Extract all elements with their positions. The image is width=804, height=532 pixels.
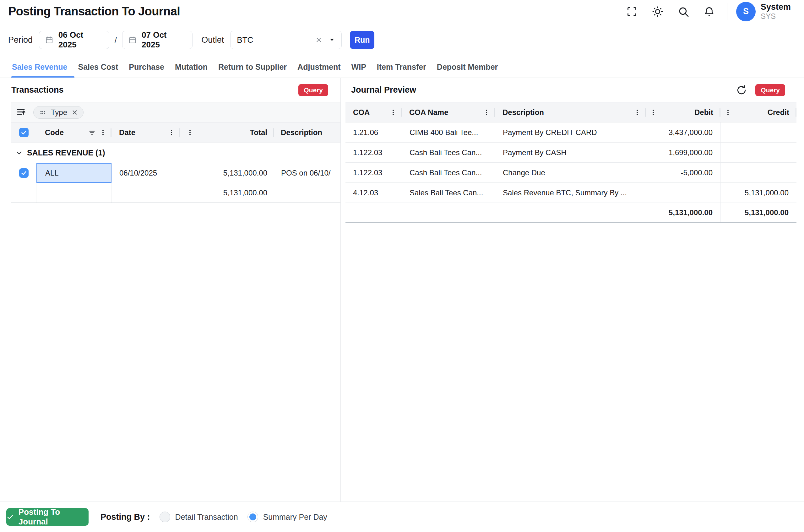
column-menu-icon[interactable]: [165, 129, 178, 136]
radio-icon[interactable]: [159, 512, 170, 522]
cell-credit[interactable]: [721, 122, 797, 142]
calendar-icon: [128, 36, 137, 44]
row-checkbox[interactable]: [11, 163, 36, 183]
drag-handle-icon[interactable]: [39, 108, 47, 116]
transactions-query-button[interactable]: Query: [298, 84, 328, 96]
page-title: Posting Transaction To Journal: [8, 5, 180, 18]
period-label: Period: [8, 35, 33, 45]
column-header-coa[interactable]: COA: [345, 102, 402, 122]
group-chip-type[interactable]: Type: [33, 106, 83, 119]
cell-coa[interactable]: 1.21.06: [345, 122, 402, 142]
column-header-credit[interactable]: Credit: [721, 102, 797, 122]
cell-coa-name[interactable]: Cash Bali Tees Can...: [402, 142, 495, 163]
group-row-sales-revenue[interactable]: SALES REVENUE (1): [11, 143, 341, 163]
period-to-datepicker[interactable]: 07 Oct 2025: [122, 31, 193, 49]
clear-icon[interactable]: [315, 36, 323, 44]
main-content: Transactions Query Type: [0, 78, 804, 501]
column-header-date[interactable]: Date: [112, 122, 180, 142]
cell-debit[interactable]: -5,000.00: [646, 163, 721, 183]
cell-total[interactable]: 5,131,000.00: [180, 163, 274, 183]
chevron-down-icon[interactable]: [329, 37, 335, 43]
cell-credit[interactable]: 5,131,000.00: [721, 183, 797, 203]
cell-credit[interactable]: [721, 142, 797, 163]
search-icon[interactable]: [676, 4, 691, 19]
cell-description[interactable]: Change Due: [495, 163, 646, 183]
cell-coa[interactable]: 4.12.03: [345, 183, 402, 203]
column-header-description[interactable]: Description: [274, 122, 341, 142]
radio-summary-per-day[interactable]: Summary Per Day: [248, 512, 327, 522]
close-icon[interactable]: [71, 109, 78, 116]
column-menu-icon[interactable]: [386, 109, 400, 116]
tab-mutation[interactable]: Mutation: [175, 57, 208, 78]
cell-debit[interactable]: 1,699,000.00: [646, 142, 721, 163]
cell-description[interactable]: Payment By CREDIT CARD: [495, 122, 646, 142]
period-from-value: 06 Oct 2025: [58, 30, 103, 50]
journal-row: 1.21.06 CIMB 400 Bali Tee... Payment By …: [345, 122, 797, 142]
header-actions: S System SYS: [613, 2, 791, 21]
cell-coa-name[interactable]: Sales Bali Tees Can...: [402, 183, 495, 203]
tab-sales-revenue[interactable]: Sales Revenue: [12, 57, 68, 78]
tab-sales-cost[interactable]: Sales Cost: [78, 57, 118, 78]
tab-wip[interactable]: WIP: [351, 57, 366, 78]
tab-purchase[interactable]: Purchase: [129, 57, 164, 78]
cell-description[interactable]: Sales Revenue BTC, Summary By ...: [495, 183, 646, 203]
column-header-description[interactable]: Description: [495, 102, 646, 122]
tab-adjustment[interactable]: Adjustment: [298, 57, 341, 78]
outlet-select[interactable]: BTC: [230, 31, 342, 49]
header-divider: [727, 3, 727, 20]
fullscreen-icon[interactable]: [625, 4, 639, 19]
column-menu-icon[interactable]: [186, 129, 197, 136]
tab-item-transfer[interactable]: Item Transfer: [377, 57, 426, 78]
journal-query-button[interactable]: Query: [755, 84, 785, 96]
posting-to-journal-button[interactable]: Posting To Journal: [6, 508, 89, 526]
summary-total: 5,131,000.00: [180, 183, 274, 203]
column-menu-icon[interactable]: [724, 109, 735, 116]
cell-debit[interactable]: 3,437,000.00: [646, 122, 721, 142]
column-menu-icon[interactable]: [630, 109, 644, 116]
journal-preview-panel: Journal Preview Query COA: [341, 78, 804, 501]
cell-code[interactable]: ALL: [36, 163, 112, 183]
check-icon: [6, 513, 14, 521]
cell-date[interactable]: 06/10/2025: [112, 163, 180, 183]
column-header-coa-name[interactable]: COA Name: [402, 102, 495, 122]
transactions-grid-header: Code Date: [11, 122, 341, 143]
cell-coa-name[interactable]: CIMB 400 Bali Tee...: [402, 122, 495, 142]
column-menu-icon[interactable]: [96, 129, 110, 136]
tab-return-to-supplier[interactable]: Return to Supplier: [218, 57, 287, 78]
chevron-down-icon[interactable]: [15, 149, 23, 157]
refresh-icon[interactable]: [736, 84, 747, 96]
group-label: SALES REVENUE (1): [27, 148, 105, 157]
cell-debit[interactable]: [646, 183, 721, 203]
column-header-debit[interactable]: Debit: [646, 102, 721, 122]
column-resize-handle[interactable]: [796, 108, 797, 117]
top-header: Posting Transaction To Journal: [0, 0, 804, 23]
cell-coa-name[interactable]: Cash Bali Tees Can...: [402, 163, 495, 183]
journal-title: Journal Preview: [351, 85, 416, 95]
period-from-datepicker[interactable]: 06 Oct 2025: [39, 31, 109, 49]
avatar[interactable]: S: [736, 2, 755, 21]
user-name: System: [761, 2, 791, 12]
user-menu[interactable]: S System SYS: [736, 2, 791, 21]
cell-description[interactable]: POS on 06/10/: [274, 163, 341, 183]
journal-row: 1.122.03 Cash Bali Tees Can... Change Du…: [345, 163, 797, 183]
radio-icon[interactable]: [248, 512, 258, 522]
cell-credit[interactable]: [721, 163, 797, 183]
brightness-icon[interactable]: [650, 4, 665, 19]
cell-coa[interactable]: 1.122.03: [345, 163, 402, 183]
select-all-checkbox[interactable]: [11, 122, 36, 142]
radio-detail-transaction[interactable]: Detail Transaction: [159, 512, 238, 522]
filter-applied-icon[interactable]: [88, 129, 96, 137]
cell-description[interactable]: Payment By CASH: [495, 142, 646, 163]
column-menu-icon[interactable]: [650, 109, 660, 116]
period-to-value: 07 Oct 2025: [142, 30, 187, 50]
cell-coa[interactable]: 1.122.03: [345, 142, 402, 163]
total-debit: 5,131,000.00: [646, 203, 721, 222]
column-menu-icon[interactable]: [480, 109, 493, 116]
outlet-label: Outlet: [201, 35, 224, 45]
group-rows-icon[interactable]: [16, 107, 27, 118]
column-header-total[interactable]: Total: [180, 122, 274, 142]
tab-deposit-member[interactable]: Deposit Member: [437, 57, 498, 78]
column-header-code[interactable]: Code: [36, 122, 112, 142]
run-button[interactable]: Run: [350, 31, 375, 49]
notifications-icon[interactable]: [702, 4, 716, 19]
